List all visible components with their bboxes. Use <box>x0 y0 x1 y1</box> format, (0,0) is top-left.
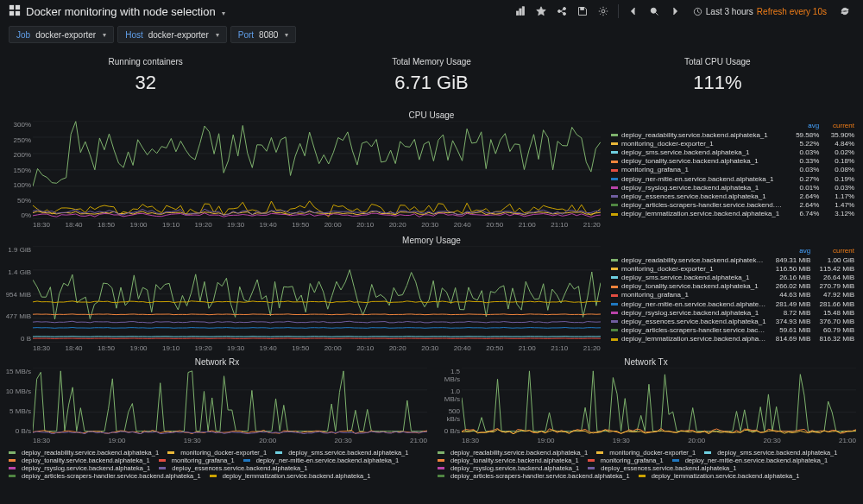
svg-rect-5 <box>520 9 521 16</box>
legend-row[interactable]: deploy_readability.service.backend.alpha… <box>608 130 858 139</box>
legend-item[interactable]: deploy_ner-mitie-en.service.backend.alph… <box>672 457 828 464</box>
legend-item[interactable]: deploy_essences.service.backend.alphatek… <box>159 464 307 472</box>
variable-host[interactable]: Host docker-exporter▾ <box>117 26 227 43</box>
panel-title: Memory Usage <box>5 233 858 246</box>
time-picker[interactable]: Last 3 hours Refresh every 10s <box>686 2 834 21</box>
legend-row[interactable]: deploy_readability.service.backend.alpha… <box>608 255 858 264</box>
legend-item[interactable]: deploy_articles-scrapers-handler.service… <box>9 472 201 480</box>
series-name: deploy_readability.service.backend.alpha… <box>621 256 768 264</box>
svg-point-9 <box>563 13 565 16</box>
series-name: deploy_sms.service.backend.alphateka_1 <box>621 274 750 281</box>
legend-row[interactable]: monitoring_grafana_10.03%0.08% <box>608 166 858 174</box>
panel-add-icon[interactable] <box>511 2 530 21</box>
share-icon[interactable] <box>552 2 571 21</box>
legend-item[interactable]: deploy_sms.service.backend.alphateka_1 <box>275 449 408 457</box>
legend-item[interactable]: monitoring_docker-exporter_1 <box>596 449 696 457</box>
svg-rect-3 <box>16 11 20 16</box>
variable-job[interactable]: Job docker-exporter▾ <box>9 26 114 43</box>
legend-item[interactable]: deploy_readability.service.backend.alpha… <box>9 449 159 457</box>
svg-rect-6 <box>522 7 524 16</box>
network-tx-graph[interactable]: 1.5 MB/s1.0 MB/s500 kB/s0 B/s 18:3019:00… <box>434 368 858 447</box>
chevron-down-icon: ▾ <box>216 31 219 39</box>
variable-host-value: docker-exporter <box>148 30 209 40</box>
series-name: deploy_tonality.service.backend.alphatek… <box>621 157 759 165</box>
legend-row[interactable]: deploy_articles-scrapers-handler.service… <box>608 326 858 335</box>
legend-row[interactable]: deploy_rsyslog.service.backend.alphateka… <box>608 183 858 192</box>
legend-row[interactable]: deploy_rsyslog.service.backend.alphateka… <box>608 308 858 317</box>
legend-row[interactable]: deploy_tonality.service.backend.alphatek… <box>608 157 858 166</box>
network-rx-graph[interactable]: 15 MB/s10 MB/s5 MB/s0 B/s 18:3019:0019:3… <box>5 368 429 447</box>
save-icon[interactable] <box>573 2 592 21</box>
legend-row[interactable]: monitoring_docker-exporter_1116.50 MiB11… <box>608 264 858 273</box>
legend-item[interactable]: deploy_ner-mitie-en.service.backend.alph… <box>243 457 400 464</box>
legend-item[interactable]: deploy_tonality.service.backend.alphatek… <box>438 457 579 464</box>
stat-title: Total Memory Usage <box>291 57 571 66</box>
panel-memory-usage: Memory Usage 1.9 GiB1.4 GiB954 MiB477 Mi… <box>0 231 863 355</box>
refresh-interval-text: Refresh every 10s <box>757 7 827 16</box>
star-icon[interactable] <box>532 2 551 21</box>
legend-header-current[interactable]: current <box>814 246 858 255</box>
legend-item[interactable]: monitoring_grafana_1 <box>159 457 235 464</box>
clock-icon <box>693 7 702 16</box>
zoom-out-icon[interactable] <box>645 2 664 21</box>
variable-port-label: Port <box>238 30 254 40</box>
legend-item[interactable]: deploy_rsyslog.service.backend.alphateka… <box>438 464 579 472</box>
series-name: deploy_lemmatization.service.backend.alp… <box>621 210 779 217</box>
panel-title: Network Tx <box>434 355 858 368</box>
panel-title: Network Rx <box>5 355 429 368</box>
series-name: deploy_articles-scrapers-handler.service… <box>621 201 788 209</box>
legend-row[interactable]: deploy_sms.service.backend.alphateka_126… <box>608 273 858 281</box>
stat-value: 111% <box>577 72 858 94</box>
legend-header-avg[interactable]: avg <box>770 246 814 255</box>
refresh-icon[interactable] <box>835 2 854 21</box>
legend-item[interactable]: deploy_lemmatization.service.backend.alp… <box>210 472 371 480</box>
series-name: deploy_sms.service.backend.alphateka_1 <box>621 148 750 156</box>
series-name: monitoring_grafana_1 <box>621 166 689 173</box>
dashboard-icon[interactable] <box>9 4 21 18</box>
legend-item[interactable]: deploy_lemmatization.service.backend.alp… <box>639 472 800 480</box>
series-name: monitoring_grafana_1 <box>621 291 689 299</box>
series-name: deploy_readability.service.backend.alpha… <box>621 131 768 139</box>
stat-value: 6.71 GiB <box>291 72 571 94</box>
stat-total-memory: Total Memory Usage 6.71 GiB <box>291 50 571 103</box>
chevron-right-icon[interactable] <box>665 2 684 21</box>
legend-row[interactable]: deploy_ner-mitie-en.service.backend.alph… <box>608 299 858 308</box>
legend-item[interactable]: deploy_readability.service.backend.alpha… <box>438 449 588 457</box>
legend-row[interactable]: deploy_articles-scrapers-handler.service… <box>608 201 858 210</box>
series-name: monitoring_docker-exporter_1 <box>621 140 714 148</box>
memory-graph[interactable]: 1.9 GiB1.4 GiB954 MiB477 MiB0 B 18:3018:… <box>5 246 602 355</box>
legend-row[interactable]: deploy_essences.service.backend.alphatek… <box>608 317 858 325</box>
legend-item[interactable]: monitoring_docker-exporter_1 <box>167 449 267 457</box>
series-name: deploy_rsyslog.service.backend.alphateka… <box>621 184 759 192</box>
variable-port[interactable]: Port 8080▾ <box>230 26 297 43</box>
series-name: deploy_ner-mitie-en.service.backend.alph… <box>621 300 770 308</box>
series-name: deploy_articles-scrapers-handler.service… <box>621 326 770 334</box>
gear-icon[interactable] <box>594 2 613 21</box>
legend-row[interactable]: deploy_tonality.service.backend.alphatek… <box>608 282 858 291</box>
legend-header-current[interactable]: current <box>822 121 858 130</box>
legend-row[interactable]: deploy_essences.service.backend.alphatek… <box>608 192 858 200</box>
panel-title: CPU Usage <box>5 108 858 121</box>
stat-title: Total CPU Usage <box>577 57 858 66</box>
legend-row[interactable]: deploy_lemmatization.service.backend.alp… <box>608 335 858 343</box>
legend-row[interactable]: monitoring_docker-exporter_15.22%4.84% <box>608 139 858 148</box>
legend-item[interactable]: deploy_sms.service.backend.alphateka_1 <box>704 449 837 457</box>
legend-row[interactable]: deploy_ner-mitie-en.service.backend.alph… <box>608 174 858 183</box>
legend-row[interactable]: monitoring_grafana_144.63 MiB47.92 MiB <box>608 291 858 299</box>
dashboard-title[interactable]: Docker monitoring with node selection ▾ <box>26 5 225 18</box>
legend-header-avg[interactable]: avg <box>788 121 823 130</box>
series-name: deploy_essences.service.backend.alphatek… <box>621 318 766 325</box>
chevron-left-icon[interactable] <box>624 2 643 21</box>
cpu-graph[interactable]: 300%250%200%150%100%50%0% 18:3018:4018:5… <box>5 121 602 231</box>
legend-item[interactable]: deploy_essences.service.backend.alphatek… <box>588 464 736 472</box>
legend-item[interactable]: monitoring_grafana_1 <box>588 457 664 464</box>
memory-legend: avgcurrent deploy_readability.service.ba… <box>602 246 858 355</box>
panel-network-rx: Network Rx 15 MB/s10 MB/s5 MB/s0 B/s 18:… <box>5 355 429 480</box>
legend-item[interactable]: deploy_rsyslog.service.backend.alphateka… <box>9 464 150 472</box>
legend-item[interactable]: deploy_tonality.service.backend.alphatek… <box>9 457 150 464</box>
series-name: monitoring_docker-exporter_1 <box>621 265 714 273</box>
legend-row[interactable]: deploy_sms.service.backend.alphateka_10.… <box>608 148 858 156</box>
dashboard-title-text: Docker monitoring with node selection <box>26 5 216 18</box>
legend-row[interactable]: deploy_lemmatization.service.backend.alp… <box>608 210 858 218</box>
legend-item[interactable]: deploy_articles-scrapers-handler.service… <box>438 472 630 480</box>
